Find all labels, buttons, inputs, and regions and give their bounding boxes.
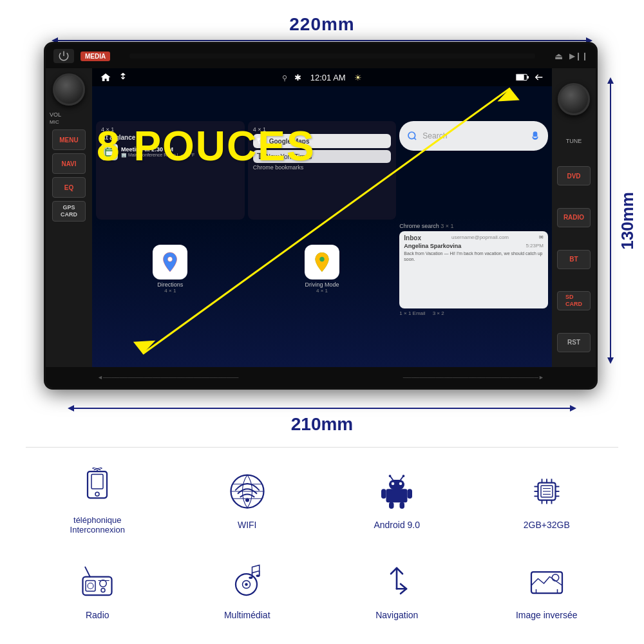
nyt-label: New York Times [266,153,312,160]
feature-android: Android 9.0 [325,457,469,541]
sd-card-button[interactable]: SDCARD [557,291,591,310]
svg-point-51 [101,589,105,592]
svg-point-58 [249,576,252,579]
meeting-location: 🏢 Main Conference Room | ☁ 66°F [121,153,194,158]
right-knob[interactable] [558,83,590,115]
chip-label: 2GB+32GB [524,520,570,530]
right-button-panel: TUNE DVD RADIO BT SDCARD RST [552,68,596,367]
chip-icon [527,472,566,511]
widget-app-directions[interactable]: Directions 4 × 1 [96,223,245,317]
status-bar: ⚲ ✱ 12:01 AM ☀ [92,68,552,86]
android-icon [377,472,416,511]
android-label: Android 9.0 [374,520,420,530]
widget-email[interactable]: Chrome search 3 × 1 Inbox username@popma… [399,223,548,317]
left-knob[interactable] [53,73,85,106]
wifi-icon [228,472,267,511]
inbox-label: Inbox [404,234,421,242]
dim-bottom-label: 210mm [291,414,354,435]
driving-icon[interactable] [305,245,339,279]
play-pause-button[interactable]: ▶❙❙ [569,52,588,61]
svg-point-50 [100,580,107,587]
svg-rect-17 [386,489,408,502]
svg-rect-25 [381,489,386,498]
gps-card-button[interactable]: GPSCARD [52,201,86,222]
svg-line-47 [86,567,91,577]
time-display: 12:01 AM [310,73,346,82]
widget-maps-size: 4 × 1 [253,126,392,133]
phone-interconnect-icon [78,468,117,506]
email-time: 5:23PM [526,243,544,249]
dim-bottom-arrow-left [68,405,74,412]
search-placeholder: Search [422,131,525,140]
widget-glance[interactable]: 4 × 1 At a glance Meeting at 2:30 PM 🏢 M… [96,121,245,220]
back-icon[interactable] [534,72,544,82]
rst-button[interactable]: RST [557,333,591,352]
navigation-label: Navigation [375,610,418,620]
directions-label: Directions [157,281,183,288]
vol-label: VOL [50,111,61,118]
mic-label: MIC [50,119,59,125]
multimedia-icon-container [224,558,270,605]
driving-size: 4 × 1 [316,288,328,294]
media-badge: MEDIA [80,52,110,61]
feature-wifi: WIFI [176,457,319,541]
email-body: Back from Vacation — Hi! I'm back from v… [404,251,544,262]
svg-point-59 [256,574,260,577]
eject-button[interactable]: ⏏ [554,51,563,61]
svg-rect-46 [83,577,112,596]
camera-label: Image inversée [516,610,578,620]
meeting-text: Meeting at 2:30 PM [121,146,194,153]
dim-top-line [58,40,586,41]
bottom-left-text: ◄───────────────────────────────── [97,374,238,381]
feature-navigation: Navigation [325,547,469,631]
google-maps-label: Google Maps [269,138,310,145]
svg-point-23 [389,475,392,477]
wifi-icon-container [224,468,270,515]
radio-button[interactable]: RADIO [557,208,591,227]
email-username: username@popmall.com [451,234,509,242]
phone-label: téléphonique Interconnexion [70,515,125,535]
svg-rect-48 [86,581,95,592]
eq-button[interactable]: EQ [52,177,86,198]
navigation-icon-container [374,558,420,605]
svg-point-19 [392,482,395,486]
multimedia-label: Multimédiat [224,610,270,620]
bluetooth-icon: ✱ [294,73,301,82]
google-maps-item[interactable]: 🗺 Google Maps [253,134,392,148]
power-button[interactable] [53,49,74,63]
bottom-right-text: ─────────────────────────────────► [403,374,544,381]
bt-button[interactable]: BT [557,250,591,269]
widget-maps-bookmarks[interactable]: 4 × 1 🗺 Google Maps 𝕋 New York Times Chr… [248,121,397,220]
widget-driving-mode[interactable]: Driving Mode 4 × 1 [248,223,397,317]
chrome-bookmarks-label: Chrome bookmarks [253,164,392,171]
calendar-icon [101,144,118,160]
tune-label: TUNE [566,138,582,144]
multimedia-icon [228,562,267,601]
driving-mode-label: Driving Mode [305,281,339,288]
cd-slot [129,53,535,59]
android-screen[interactable]: ⚲ ✱ 12:01 AM ☀ AP [92,68,552,367]
maps-app-icon[interactable] [153,245,187,279]
dim-bottom-line [74,408,570,409]
dim-right-label: 130mm [618,192,638,250]
nyt-item[interactable]: 𝕋 New York Times [253,150,392,163]
radio-top-bar: MEDIA ⏏ ▶❙❙ [46,44,596,68]
clock: ⚲ ✱ 12:01 AM ☀ [133,73,511,82]
widget-search[interactable]: Search [399,121,548,151]
battery-icon [516,73,529,82]
feature-chip: 2GB+32GB [475,457,619,541]
svg-rect-26 [408,489,413,498]
svg-rect-8 [88,471,107,498]
dim-right-arrow-bottom [607,357,614,364]
maps-icon-svg [158,251,182,274]
mic-search-icon[interactable] [530,131,540,141]
navi-button[interactable]: NAVI [52,153,86,174]
widget-glance-size-label: 4 × 1 [101,126,240,133]
phone-icon-container [74,464,120,510]
email-card[interactable]: Inbox username@popmall.com ✉ Angelina Sp… [399,231,548,309]
svg-rect-18 [389,480,404,489]
menu-button[interactable]: MENU [52,129,86,150]
dvd-button[interactable]: DVD [557,166,591,185]
svg-rect-1 [516,75,524,80]
dim-bottom-arrow-right [570,405,576,412]
